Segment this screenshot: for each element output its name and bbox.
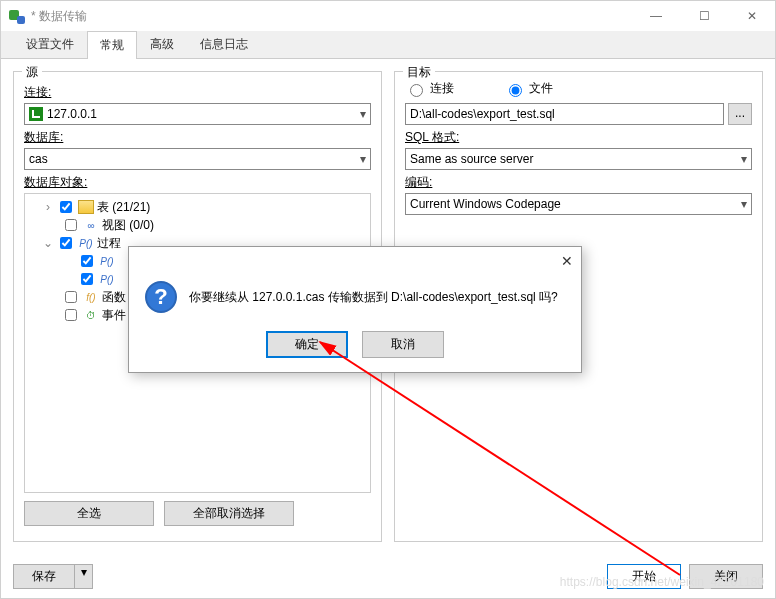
window-controls: — ☐ ✕ bbox=[641, 9, 767, 23]
question-icon: ? bbox=[145, 281, 177, 313]
proc-item-checkbox[interactable] bbox=[81, 255, 93, 267]
database-value: cas bbox=[29, 152, 360, 166]
maximize-button[interactable]: ☐ bbox=[689, 9, 719, 23]
tables-label: 表 (21/21) bbox=[97, 199, 150, 216]
funcs-label: 函数 bbox=[102, 289, 126, 306]
tab-settings-file[interactable]: 设置文件 bbox=[13, 30, 87, 58]
collapse-icon[interactable]: ⌄ bbox=[43, 236, 53, 250]
select-buttons: 全选 全部取消选择 bbox=[24, 501, 371, 526]
radio-connection-input[interactable] bbox=[410, 84, 423, 97]
database-label: 数据库: bbox=[24, 129, 371, 146]
dialog-titlebar: ✕ bbox=[129, 247, 581, 275]
chevron-down-icon: ▾ bbox=[360, 107, 366, 121]
radio-file[interactable]: 文件 bbox=[504, 80, 553, 97]
connection-label: 连接: bbox=[24, 84, 371, 101]
encoding-label: 编码: bbox=[405, 174, 752, 191]
chevron-down-icon: ▾ bbox=[741, 197, 747, 211]
app-icon bbox=[9, 8, 25, 24]
proc-item-checkbox[interactable] bbox=[81, 273, 93, 285]
window-title: * 数据传输 bbox=[31, 8, 641, 25]
close-button[interactable]: ✕ bbox=[737, 9, 767, 23]
file-path-input[interactable]: D:\all-codes\export_test.sql bbox=[405, 103, 724, 125]
confirm-dialog: ✕ ? 你要继续从 127.0.0.1.cas 传输数据到 D:\all-cod… bbox=[128, 246, 582, 373]
cancel-button[interactable]: 取消 bbox=[362, 331, 444, 358]
target-type-row: 连接 文件 bbox=[405, 80, 752, 97]
close-button[interactable]: 关闭 bbox=[689, 564, 763, 589]
tree-row-tables[interactable]: › 表 (21/21) bbox=[29, 198, 366, 216]
source-title: 源 bbox=[22, 64, 42, 81]
start-button[interactable]: 开始 bbox=[607, 564, 681, 589]
connection-value: 127.0.0.1 bbox=[47, 107, 360, 121]
procedure-icon: P() bbox=[99, 272, 115, 286]
tree-row-views[interactable]: ∞ 视图 (0/0) bbox=[29, 216, 366, 234]
ok-button[interactable]: 确定 bbox=[266, 331, 348, 358]
database-select[interactable]: cas ▾ bbox=[24, 148, 371, 170]
views-label: 视图 (0/0) bbox=[102, 217, 154, 234]
deselect-all-button[interactable]: 全部取消选择 bbox=[164, 501, 294, 526]
titlebar: * 数据传输 — ☐ ✕ bbox=[1, 1, 775, 31]
dialog-message-row: ? 你要继续从 127.0.0.1.cas 传输数据到 D:\all-codes… bbox=[145, 281, 565, 313]
footer: 保存 ▾ 开始 关闭 bbox=[1, 554, 775, 598]
radio-file-input[interactable] bbox=[509, 84, 522, 97]
minimize-button[interactable]: — bbox=[641, 9, 671, 23]
dialog-message: 你要继续从 127.0.0.1.cas 传输数据到 D:\all-codes\e… bbox=[189, 289, 558, 306]
tab-log[interactable]: 信息日志 bbox=[187, 30, 261, 58]
radio-connection[interactable]: 连接 bbox=[405, 80, 454, 97]
function-icon: f() bbox=[83, 290, 99, 304]
tables-checkbox[interactable] bbox=[60, 201, 72, 213]
save-split-button: 保存 ▾ bbox=[13, 564, 93, 589]
encoding-value: Current Windows Codepage bbox=[410, 197, 741, 211]
save-dropdown-button[interactable]: ▾ bbox=[75, 564, 93, 589]
procedure-icon: P() bbox=[99, 254, 115, 268]
tab-advanced[interactable]: 高级 bbox=[137, 30, 187, 58]
browse-button[interactable]: ... bbox=[728, 103, 752, 125]
tab-general[interactable]: 常规 bbox=[87, 31, 137, 59]
events-label: 事件 bbox=[102, 307, 126, 324]
procs-label: 过程 bbox=[97, 235, 121, 252]
view-icon: ∞ bbox=[83, 218, 99, 232]
chevron-down-icon: ▾ bbox=[741, 152, 747, 166]
save-button[interactable]: 保存 bbox=[13, 564, 75, 589]
file-row: D:\all-codes\export_test.sql ... bbox=[405, 103, 752, 125]
encoding-select[interactable]: Current Windows Codepage ▾ bbox=[405, 193, 752, 215]
dialog-buttons: 确定 取消 bbox=[145, 331, 565, 358]
event-icon: ⏱ bbox=[83, 308, 99, 322]
connection-select[interactable]: 127.0.0.1 ▾ bbox=[24, 103, 371, 125]
sql-format-select[interactable]: Same as source server ▾ bbox=[405, 148, 752, 170]
tab-bar: 设置文件 常规 高级 信息日志 bbox=[1, 31, 775, 59]
views-checkbox[interactable] bbox=[65, 219, 77, 231]
expand-icon[interactable]: › bbox=[43, 200, 53, 214]
sql-format-label: SQL 格式: bbox=[405, 129, 752, 146]
sql-format-value: Same as source server bbox=[410, 152, 741, 166]
connection-icon bbox=[29, 107, 43, 121]
objects-label: 数据库对象: bbox=[24, 174, 371, 191]
table-icon bbox=[78, 200, 94, 214]
procedure-icon: P() bbox=[78, 236, 94, 250]
events-checkbox[interactable] bbox=[65, 309, 77, 321]
dialog-close-button[interactable]: ✕ bbox=[561, 253, 573, 269]
target-title: 目标 bbox=[403, 64, 435, 81]
footer-right: 开始 关闭 bbox=[607, 564, 763, 589]
select-all-button[interactable]: 全选 bbox=[24, 501, 154, 526]
dialog-body: ? 你要继续从 127.0.0.1.cas 传输数据到 D:\all-codes… bbox=[129, 275, 581, 372]
funcs-checkbox[interactable] bbox=[65, 291, 77, 303]
chevron-down-icon: ▾ bbox=[360, 152, 366, 166]
procs-checkbox[interactable] bbox=[60, 237, 72, 249]
